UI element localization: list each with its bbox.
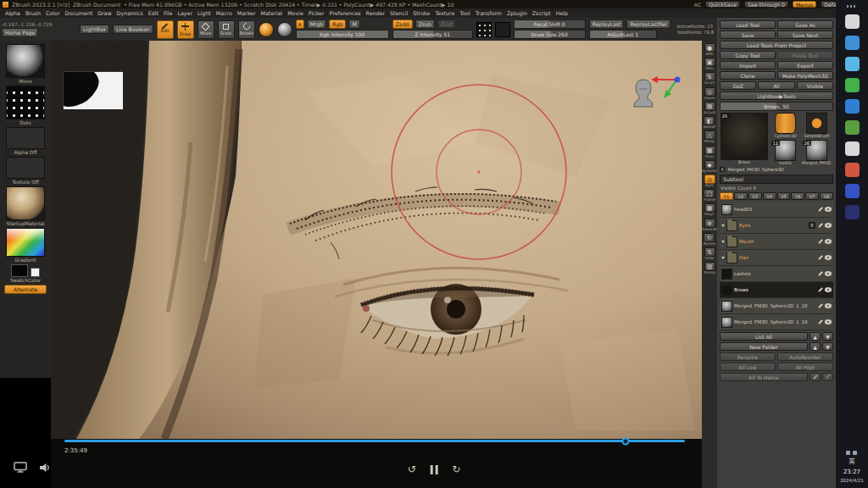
taskbar-menu-icon[interactable] [847, 5, 857, 8]
recent-tool-thumbnail[interactable]: 11 tool01 [771, 140, 800, 165]
right-shelf-item[interactable]: ◆ Dynamic [702, 160, 718, 174]
right-shelf-item[interactable]: ▢ Frame [704, 189, 715, 202]
alpha-off-button[interactable]: Alpha Off [6, 127, 45, 155]
Brows[interactable]: Brows [720, 282, 833, 298]
edit-button[interactable]: Edit [157, 20, 174, 39]
rename-button[interactable]: Rename [720, 352, 776, 361]
expand-button[interactable] [822, 373, 833, 381]
taskbar-app-icon[interactable] [845, 120, 860, 135]
material-flyout-button[interactable] [277, 22, 292, 37]
brush-flyout-button[interactable] [259, 22, 274, 37]
right-shelf-item[interactable]: ▣ SPix [704, 58, 715, 71]
visibility-eye-icon[interactable] [825, 255, 832, 260]
make-polymesh3d-button[interactable]: Make PolyMesh3D [777, 71, 833, 80]
subtool-tab[interactable]: V1 [720, 192, 733, 200]
save-button[interactable]: Save [720, 30, 776, 39]
taskbar-app-icon[interactable] [845, 14, 860, 29]
Merged_PM3D_Sphere3D_1_20[interactable]: Merged_PM3D_Sphere3D_1_20 [720, 298, 833, 314]
right-shelf-item[interactable]: ⊕ Zoom3D [702, 219, 717, 232]
menus-button[interactable]: Menus [793, 1, 816, 8]
display-icon[interactable] [14, 462, 27, 473]
sculpt-brush-icon[interactable] [817, 271, 823, 277]
Mouth[interactable]: Mouth [720, 234, 833, 250]
menu-item[interactable]: Brush [23, 10, 43, 16]
visibility-eye-icon[interactable] [825, 303, 832, 308]
right-shelf-icon[interactable]: ◎ [704, 87, 715, 97]
load-tool-button[interactable]: Load Tool [720, 20, 776, 29]
menu-item[interactable]: Alpha [3, 10, 23, 16]
subtool-up-button[interactable]: ▲ [810, 332, 821, 341]
right-shelf-icon[interactable]: ⊕ [704, 219, 715, 228]
right-shelf-item[interactable]: ◧ AAHalf [704, 116, 716, 130]
sculpt-brush-icon[interactable] [817, 319, 823, 325]
menu-item[interactable]: Document [63, 10, 96, 16]
import-button[interactable]: Import [720, 61, 776, 69]
volume-icon[interactable] [39, 463, 51, 473]
pause-button[interactable] [431, 465, 438, 474]
mrgb-button[interactable]: Mrgb [307, 19, 327, 29]
taskbar-app-icon[interactable] [845, 99, 860, 114]
save-next-button[interactable]: Save Next [777, 30, 833, 39]
menu-item[interactable]: Color [43, 10, 62, 16]
right-shelf-item[interactable]: ● BPR [704, 43, 715, 57]
menu-item[interactable]: Texture [432, 10, 457, 16]
menu-item[interactable]: Picker [306, 10, 327, 16]
visibility-eye-icon[interactable] [825, 239, 832, 244]
menu-item[interactable]: File [161, 10, 175, 16]
quicksave-button[interactable]: QuickSave [705, 1, 740, 8]
menu-item[interactable]: Marker [235, 10, 259, 16]
new-folder-button[interactable]: New Folder [720, 342, 808, 351]
playhead[interactable] [622, 437, 630, 445]
see-through-slider[interactable]: See-through 0 [744, 1, 788, 8]
right-shelf-item[interactable]: ▦ PolyF [704, 203, 715, 217]
current-brush-button[interactable]: Move [6, 44, 45, 84]
video-timeline[interactable] [64, 440, 685, 442]
Merged_PM3D_Sphere3D_1_19[interactable]: Merged_PM3D_Sphere3D_1_19 [720, 314, 833, 330]
Lashes[interactable]: Lashes [720, 266, 833, 282]
all-high-button[interactable]: All High [777, 363, 833, 371]
menu-item[interactable]: Render [364, 10, 387, 16]
list-all-button[interactable]: List All [720, 332, 808, 341]
sculpt-brush-icon[interactable] [817, 255, 823, 261]
secondary-color-swatch[interactable] [31, 268, 40, 277]
menu-item[interactable]: Stencil [387, 10, 410, 16]
subtool-tab[interactable]: V5 [777, 192, 791, 200]
menu-item[interactable]: Layer [175, 10, 195, 16]
menu-item[interactable]: Zplugin [504, 10, 530, 16]
right-shelf-item[interactable]: ◎ Zoom [704, 87, 715, 101]
menu-item[interactable]: Movie [285, 10, 306, 16]
texture-off-button[interactable]: Texture Off [6, 157, 45, 185]
active-tool-thumbnail[interactable]: 26 Brows [720, 113, 769, 165]
zadd-button[interactable]: Zadd [392, 19, 413, 29]
copy-tool-button[interactable]: Copy Tool [720, 51, 776, 59]
goz-button[interactable]: GoZ [720, 81, 756, 90]
all-to-home-button[interactable]: All To Home [720, 373, 808, 381]
rotate-button[interactable]: Rotate [238, 20, 255, 39]
subtool-section-header[interactable]: Subtool [720, 175, 833, 184]
main-color-swatch[interactable] [11, 264, 28, 277]
taskbar-app-icon[interactable] [845, 163, 860, 177]
recent-tool-thumbnail[interactable]: SimpleBrush [802, 113, 832, 138]
rgb-intensity-slider[interactable]: Rgb Intensity 100 [296, 30, 389, 39]
Eyes[interactable]: Eyes 5 [720, 218, 833, 234]
m-button[interactable]: M [348, 19, 359, 29]
taskbar-app-icon[interactable] [845, 205, 860, 219]
lightbox-tools-button[interactable]: Lightbox▶Tools [720, 92, 833, 100]
draw-button[interactable]: Draw [177, 20, 194, 39]
recent-tool-thumbnail[interactable]: 26 Merged_PM3D_S [802, 140, 832, 165]
lightbox-button[interactable]: LightBox [80, 25, 109, 34]
visibility-eye-icon[interactable] [825, 271, 832, 276]
move-button[interactable]: Move [198, 20, 214, 39]
load-tools-from-project-button[interactable]: Load Tools From Project [720, 41, 833, 49]
right-shelf-icon[interactable]: ▦ [704, 146, 715, 155]
subtool-tab[interactable]: V6 [791, 192, 804, 200]
edit-subtool-button[interactable] [810, 373, 821, 381]
menu-item[interactable]: Light [195, 10, 214, 16]
right-shelf-item[interactable]: △ Persp [704, 130, 715, 144]
sculpt-brush-icon[interactable] [817, 303, 823, 309]
right-shelf-item[interactable]: ▤ Actual [704, 102, 715, 115]
paste-tool-button[interactable]: Paste Tool [777, 51, 833, 59]
forward-button[interactable]: ↻ [452, 464, 460, 474]
sculpt-brush-icon[interactable] [817, 287, 823, 293]
taskbar-app-icon[interactable] [845, 184, 860, 198]
